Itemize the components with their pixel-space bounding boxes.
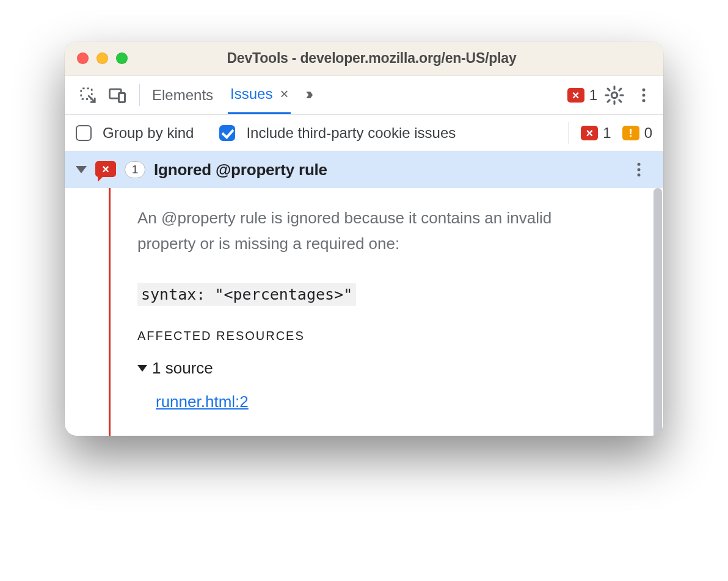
toolbar-error-indicator[interactable]: 1 [567,87,597,104]
expand-icon [137,365,147,372]
source-link-text[interactable]: runner.html:2 [156,392,249,411]
window-title: DevTools - developer.mozilla.org/en-US/p… [141,50,651,67]
svg-point-7 [642,99,646,102]
maximize-window-button[interactable] [116,52,128,64]
svg-point-4 [611,92,617,98]
divider [139,84,140,106]
window-titlebar: DevTools - developer.mozilla.org/en-US/p… [65,42,663,76]
settings-button[interactable] [602,83,627,107]
tab-label: Issues [230,85,272,103]
svg-point-5 [642,88,646,91]
panel-tabs: Elements Issues × ›› [150,76,310,114]
issue-title: Ignored @property rule [154,161,327,179]
group-by-kind-checkbox[interactable] [76,125,92,141]
minimize-window-button[interactable] [96,52,108,64]
include-third-party-label: Include third-party cookie issues [246,125,456,142]
svg-point-10 [638,173,641,176]
inspect-element-icon[interactable] [76,83,100,107]
filter-error-count: 1 [603,125,611,142]
svg-point-6 [642,93,646,96]
affected-source-link[interactable]: runner.html:2 [156,392,595,411]
severity-stripe [109,188,111,436]
filter-error-indicator[interactable]: 1 [581,125,611,142]
svg-point-8 [638,163,641,166]
filter-warn-count: 0 [644,125,652,142]
issue-body: An @property rule is ignored because it … [65,188,663,436]
more-options-button[interactable] [632,83,656,107]
issue-row-header[interactable]: × 1 Ignored @property rule [65,151,663,188]
issue-more-options[interactable] [627,157,651,182]
tab-issues[interactable]: Issues × [228,76,291,114]
close-icon[interactable]: × [280,87,288,101]
affected-source-summary[interactable]: 1 source [137,359,595,378]
close-window-button[interactable] [77,52,89,64]
error-badge-icon [581,126,598,140]
devtools-window: DevTools - developer.mozilla.org/en-US/p… [65,42,663,436]
issue-code-snippet: syntax: "<percentages>" [137,283,356,306]
device-toolbar-icon[interactable] [105,83,129,107]
affected-resources-heading: AFFECTED RESOURCES [137,329,595,343]
divider [568,122,569,144]
expand-icon [76,166,87,173]
issue-dup-count: 1 [125,161,145,178]
issue-description: An @property rule is ignored because it … [137,205,595,256]
svg-rect-2 [119,93,125,102]
scrollbar-thumb[interactable] [653,188,662,436]
issues-filter-bar: Group by kind Include third-party cookie… [65,115,663,151]
warn-badge-icon [622,126,639,140]
filter-warn-indicator[interactable]: 0 [622,125,652,142]
source-summary-text: 1 source [152,359,213,378]
main-toolbar: Elements Issues × ›› 1 [65,76,663,115]
error-speech-icon: × [95,161,116,178]
tab-elements[interactable]: Elements [150,76,216,114]
traffic-lights [77,52,128,64]
error-count: 1 [589,87,597,104]
group-by-kind-label: Group by kind [103,125,194,142]
tab-label: Elements [152,87,213,104]
svg-point-9 [638,168,641,171]
include-third-party-checkbox[interactable] [219,125,235,141]
error-badge-icon [567,88,584,103]
more-tabs-icon[interactable]: ›› [305,74,310,113]
